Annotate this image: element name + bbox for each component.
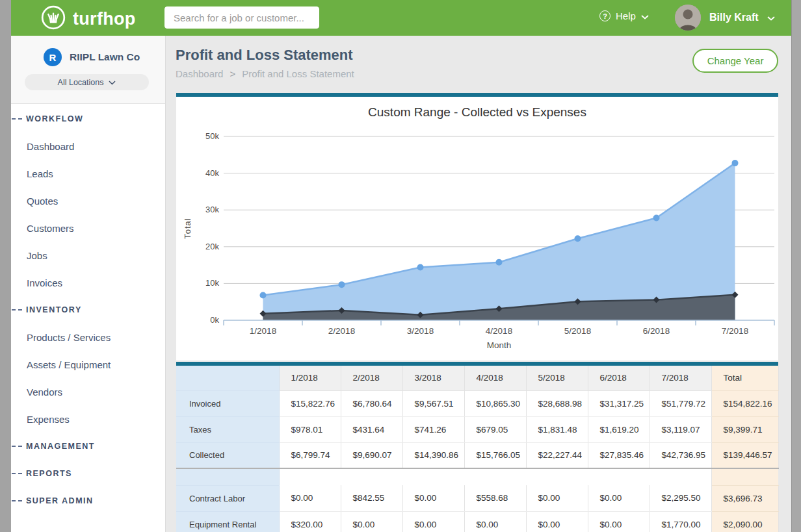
sidebar-section-management[interactable]: MANAGEMENT bbox=[11, 433, 165, 460]
sidebar-section-workflow[interactable]: WORKFLOW bbox=[11, 105, 165, 133]
pl-chart-svg: 0k10k20k30k40k50k1/20182/20183/20184/201… bbox=[176, 97, 778, 357]
sidebar-company-panel: R RIIPL Lawn Co All Locations bbox=[11, 36, 165, 104]
section-dash-icon bbox=[12, 473, 22, 474]
help-icon: ? bbox=[599, 10, 611, 21]
breadcrumb-separator: > bbox=[230, 68, 235, 79]
sidebar: R RIIPL Lawn Co All Locations WORKFLOWDa… bbox=[11, 36, 166, 532]
section-label: INVENTORY bbox=[26, 305, 82, 314]
sidebar-item-invoices[interactable]: Invoices bbox=[11, 269, 165, 296]
sidebar-item-products-services[interactable]: Products / Services bbox=[11, 323, 165, 351]
table-row-contract-labor: Contract Labor$0.00$842.55$0.00$558.68$0… bbox=[176, 485, 778, 511]
help-menu[interactable]: ? Help bbox=[599, 10, 649, 21]
svg-text:Month: Month bbox=[487, 340, 512, 350]
sidebar-section-super-admin[interactable]: SUPER ADMIN bbox=[11, 487, 165, 514]
row-label: Taxes bbox=[176, 416, 279, 442]
help-label: Help bbox=[616, 10, 636, 21]
breadcrumb: Dashboard > Profit and Loss Statement bbox=[176, 68, 354, 79]
row-label: Equipment Rental bbox=[176, 511, 279, 532]
all-locations-dropdown[interactable]: All Locations bbox=[25, 74, 149, 90]
sidebar-item-customers[interactable]: Customers bbox=[11, 214, 165, 242]
company-row[interactable]: R RIIPL Lawn Co bbox=[44, 48, 140, 66]
main-content: Profit and Loss Statement Dashboard > Pr… bbox=[166, 36, 791, 532]
page-title: Profit and Loss Statement bbox=[176, 47, 353, 64]
svg-text:6/2018: 6/2018 bbox=[643, 326, 670, 336]
chevron-down-icon bbox=[641, 10, 649, 21]
svg-text:1/2018: 1/2018 bbox=[250, 326, 276, 336]
svg-text:10k: 10k bbox=[205, 278, 219, 288]
sidebar-nav: WORKFLOWDashboardLeadsQuotesCustomersJob… bbox=[11, 104, 165, 514]
svg-text:4/2018: 4/2018 bbox=[486, 326, 512, 336]
svg-text:40k: 40k bbox=[205, 168, 219, 178]
app-logo[interactable]: turfhop bbox=[40, 5, 136, 33]
chevron-down-icon bbox=[767, 12, 775, 23]
section-label: SUPER ADMIN bbox=[26, 496, 94, 505]
svg-text:Total: Total bbox=[183, 218, 192, 238]
user-avatar bbox=[675, 5, 701, 31]
app-header: turfhop ? Help Billy Kraft bbox=[11, 0, 791, 36]
grass-logo-icon bbox=[40, 5, 66, 33]
table-row-equipment-rental: Equipment Rental$320.00$0.00$0.00$0.00$0… bbox=[176, 511, 778, 532]
svg-text:5/2018: 5/2018 bbox=[564, 326, 591, 336]
section-dash-icon bbox=[12, 309, 22, 310]
window-left-edge bbox=[0, 0, 11, 532]
user-menu[interactable]: Billy Kraft bbox=[675, 5, 775, 31]
table-row-collected: Collected$6,799.74$9,690.07$14,390.86$15… bbox=[176, 442, 778, 468]
table-spacer-row bbox=[176, 468, 778, 485]
sidebar-item-quotes[interactable]: Quotes bbox=[11, 187, 165, 214]
change-year-button[interactable]: Change Year bbox=[692, 49, 778, 73]
svg-text:7/2018: 7/2018 bbox=[722, 326, 748, 336]
section-dash-icon bbox=[12, 118, 22, 120]
vertical-scrollbar[interactable] bbox=[791, 0, 801, 532]
chart-card: Custom Range - Collected vs Expenses 0k1… bbox=[176, 93, 778, 361]
svg-text:3/2018: 3/2018 bbox=[407, 326, 434, 336]
table-card: 1/20182/20183/20184/20185/20186/20187/20… bbox=[176, 362, 778, 532]
svg-text:0k: 0k bbox=[210, 315, 219, 325]
section-label: REPORTS bbox=[26, 469, 72, 478]
section-label: WORKFLOW bbox=[26, 114, 83, 123]
svg-text:20k: 20k bbox=[205, 242, 219, 251]
breadcrumb-current: Profit and Loss Statement bbox=[242, 68, 354, 79]
section-dash-icon bbox=[12, 500, 22, 501]
sidebar-item-dashboard[interactable]: Dashboard bbox=[11, 133, 165, 160]
svg-text:30k: 30k bbox=[205, 205, 219, 214]
sidebar-item-vendors[interactable]: Vendors bbox=[11, 378, 165, 405]
logo-text: turfhop bbox=[73, 9, 136, 29]
section-label: MANAGEMENT bbox=[26, 442, 95, 451]
table-header-row: 1/20182/20183/20184/20185/20186/20187/20… bbox=[176, 366, 778, 390]
company-name: RIIPL Lawn Co bbox=[70, 51, 140, 63]
table-row-invoiced: Invoiced$15,822.76$6,780.64$9,567.51$10,… bbox=[176, 390, 778, 416]
company-badge-icon: R bbox=[44, 48, 62, 66]
pl-table: 1/20182/20183/20184/20185/20186/20187/20… bbox=[176, 366, 779, 532]
locations-label: All Locations bbox=[58, 78, 104, 87]
sidebar-item-jobs[interactable]: Jobs bbox=[11, 242, 165, 269]
row-label: Contract Labor bbox=[176, 485, 279, 511]
sidebar-section-inventory[interactable]: INVENTORY bbox=[11, 296, 165, 323]
sidebar-item-assets-equipment[interactable]: Assets / Equipment bbox=[11, 351, 165, 378]
sidebar-item-leads[interactable]: Leads bbox=[11, 160, 165, 187]
svg-text:50k: 50k bbox=[205, 131, 219, 141]
section-dash-icon bbox=[12, 446, 22, 447]
table-row-taxes: Taxes$978.01$431.64$741.26$679.05$1,831.… bbox=[176, 416, 778, 442]
search-input[interactable] bbox=[164, 6, 319, 29]
row-label: Invoiced bbox=[176, 390, 279, 416]
sidebar-item-expenses[interactable]: Expenses bbox=[11, 405, 165, 433]
sidebar-section-reports[interactable]: REPORTS bbox=[11, 460, 165, 487]
row-label: Collected bbox=[176, 442, 279, 468]
chevron-down-icon bbox=[109, 78, 116, 87]
breadcrumb-dashboard[interactable]: Dashboard bbox=[176, 68, 223, 79]
svg-text:2/2018: 2/2018 bbox=[328, 326, 355, 336]
user-name: Billy Kraft bbox=[709, 12, 759, 23]
